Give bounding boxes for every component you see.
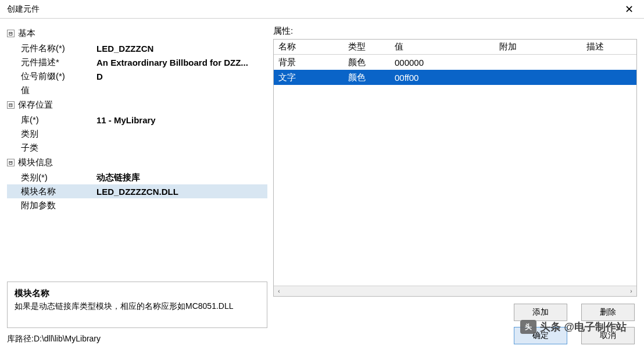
grid-header: 名称 类型 值 附加 描述 <box>274 40 636 55</box>
row-label: 模块名称 <box>21 186 96 197</box>
cell-name: 文字 <box>274 70 344 85</box>
col-desc[interactable]: 描述 <box>582 40 636 54</box>
left-panel: ⊟ 基本 元件名称(*) LED_DZZZCN 元件描述* An Extraor… <box>7 26 267 344</box>
property-tree: ⊟ 基本 元件名称(*) LED_DZZZCN 元件描述* An Extraor… <box>7 26 267 277</box>
cell-desc <box>582 76 636 79</box>
tree-row[interactable]: 子类 <box>7 141 267 155</box>
row-label: 库(*) <box>21 115 96 126</box>
collapse-icon[interactable]: ⊟ <box>7 30 15 37</box>
dialog-buttons: 确定 取消 <box>273 327 637 344</box>
tree-row[interactable]: 类别(*) 动态链接库 <box>7 170 267 184</box>
col-type[interactable]: 类型 <box>344 40 390 54</box>
tree-row[interactable]: 位号前缀(*) D <box>7 69 267 83</box>
grid-body: 背景 颜色 000000 文字 颜色 00ff00 <box>274 55 636 286</box>
col-name[interactable]: 名称 <box>274 40 344 54</box>
horizontal-scrollbar[interactable]: ‹ › <box>274 286 636 296</box>
row-label: 子类 <box>21 143 96 154</box>
tree-row[interactable]: 值 <box>7 83 267 97</box>
cell-type: 颜色 <box>344 70 390 85</box>
row-value: 动态链接库 <box>96 172 140 183</box>
group-header-save[interactable]: ⊟ 保存位置 <box>7 97 267 113</box>
col-value[interactable]: 值 <box>390 40 495 54</box>
row-value: LED_DZZZCN <box>96 44 153 54</box>
close-icon[interactable]: ✕ <box>621 3 637 16</box>
tree-row[interactable]: 模块名称 LED_DZZZZCN.DLL <box>7 184 267 198</box>
row-value: D <box>96 72 103 81</box>
grid-row[interactable]: 文字 颜色 00ff00 <box>274 70 636 85</box>
cell-extra <box>495 60 582 64</box>
add-button[interactable]: 添加 <box>514 304 567 321</box>
cell-type: 颜色 <box>344 55 390 70</box>
tree-row[interactable]: 元件描述* An Extraordinary Billboard for DZZ… <box>7 55 267 69</box>
row-label: 类别(*) <box>21 172 96 183</box>
help-title: 模块名称 <box>15 288 260 299</box>
library-path: 库路径:D:\dll\lib\MyLibrary <box>7 328 267 344</box>
scroll-left-icon[interactable]: ‹ <box>274 287 284 296</box>
main-area: ⊟ 基本 元件名称(*) LED_DZZZCN 元件描述* An Extraor… <box>0 19 644 349</box>
group-header-basic[interactable]: ⊟ 基本 <box>7 26 267 41</box>
help-box: 模块名称 如果是动态链接库类型模块，相应的名称应形如MC8051.DLL <box>7 282 267 328</box>
row-label: 附加参数 <box>21 200 96 211</box>
row-label: 值 <box>21 85 96 96</box>
attribute-buttons: 添加 删除 <box>273 304 637 321</box>
titlebar: 创建元件 ✕ <box>0 0 644 19</box>
scroll-right-icon[interactable]: › <box>626 287 636 296</box>
cell-name: 背景 <box>274 55 344 70</box>
attributes-grid: 名称 类型 值 附加 描述 背景 颜色 000000 文字 颜色 00ff00 <box>273 39 637 297</box>
cell-extra <box>495 76 582 79</box>
ok-button[interactable]: 确定 <box>514 327 567 344</box>
tree-row[interactable]: 附加参数 <box>7 198 267 212</box>
row-label: 位号前缀(*) <box>21 71 96 82</box>
tree-row[interactable]: 库(*) 11 - MyLibrary <box>7 113 267 127</box>
right-panel: 属性: 名称 类型 值 附加 描述 背景 颜色 000000 文字 <box>273 26 637 344</box>
group-label: 保存位置 <box>18 99 53 111</box>
group-header-module[interactable]: ⊟ 模块信息 <box>7 155 267 170</box>
row-value: LED_DZZZZCN.DLL <box>96 187 178 197</box>
collapse-icon[interactable]: ⊟ <box>7 159 15 166</box>
col-extra[interactable]: 附加 <box>495 40 582 54</box>
cancel-button[interactable]: 取消 <box>581 327 635 344</box>
grid-row[interactable]: 背景 颜色 000000 <box>274 55 636 70</box>
delete-button[interactable]: 删除 <box>581 304 635 321</box>
tree-row[interactable]: 元件名称(*) LED_DZZZCN <box>7 41 267 55</box>
cell-desc <box>582 60 636 64</box>
row-label: 元件名称(*) <box>21 43 96 54</box>
group-label: 基本 <box>18 28 35 39</box>
collapse-icon[interactable]: ⊟ <box>7 101 15 109</box>
attributes-label: 属性: <box>273 26 637 37</box>
row-value: 11 - MyLibrary <box>96 115 156 125</box>
window-title: 创建元件 <box>7 4 40 15</box>
row-label: 类别 <box>21 129 96 140</box>
cell-value: 000000 <box>390 56 495 69</box>
row-label: 元件描述* <box>21 57 96 68</box>
tree-row[interactable]: 类别 <box>7 127 267 141</box>
help-body: 如果是动态链接库类型模块，相应的名称应形如MC8051.DLL <box>15 301 260 312</box>
row-value: An Extraordinary Billboard for DZZ... <box>96 58 248 67</box>
cell-value: 00ff00 <box>390 71 495 84</box>
group-label: 模块信息 <box>18 157 53 168</box>
